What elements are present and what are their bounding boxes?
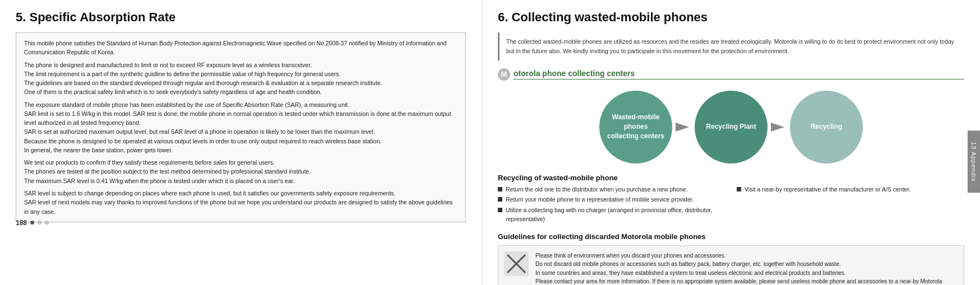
right-section-heading: Collecting wasted-mobile phones [511, 10, 708, 24]
bullet-text-1: Return the old one to the distributor wh… [506, 185, 688, 194]
flow-circle-3-label: Recycling [811, 122, 843, 132]
left-panel: 5. Specific Absorption Rate This mobile … [0, 0, 482, 285]
intro-text: The collected wasted-mobile phones are u… [506, 38, 954, 54]
sar-p2-line1: The phone is designed and manufactured t… [24, 62, 382, 96]
sar-paragraph1: This mobile phone satisfies the Standard… [24, 39, 457, 57]
motorola-m-letter: M [501, 70, 507, 78]
recycling-section-title: Recycling of wasted-mobile phone [498, 174, 964, 182]
dot-filled [30, 221, 34, 225]
flow-diagram: Wasted-mobile phones collecting centers … [498, 91, 964, 163]
bullet-square-4 [737, 187, 741, 191]
flow-circle-2: Recycling Plant [695, 91, 768, 163]
motorola-m-circle: M [498, 68, 510, 81]
bullet-square-2 [498, 197, 502, 202]
dot-empty1 [38, 221, 41, 225]
svg-marker-0 [676, 123, 689, 132]
dot-empty2 [45, 221, 49, 225]
intro-box: The collected wasted-mobile phones are u… [498, 32, 964, 60]
side-tab: 13 Appendix [968, 130, 980, 193]
guidelines-text: Please think of environment when you dis… [535, 251, 958, 285]
motorola-label: otorola phone collecting centers [514, 69, 964, 80]
bullet-text-2: Return your mobile phone to a representa… [506, 195, 694, 204]
arrow-right-icon-2 [769, 117, 789, 137]
bullet-square-3 [498, 208, 502, 212]
left-page-number: 188 [16, 219, 27, 227]
arrow-right-icon [673, 117, 694, 137]
flow-circle-1-label: Wasted-mobile phones collecting centers [605, 113, 667, 141]
flow-circle-1: Wasted-mobile phones collecting centers [599, 91, 672, 163]
guidelines-title: Guidelines for collecting discarded Moto… [498, 232, 964, 241]
right-section-title: 6. Collecting wasted-mobile phones [498, 10, 964, 25]
bullet-text-3: Utilize a collecting bag with no charger… [506, 206, 725, 224]
sar-info-box: This mobile phone satisfies the Standard… [16, 32, 466, 222]
svg-marker-1 [771, 123, 784, 132]
sar-paragraph3: The exposure standard of mobile phone ha… [24, 100, 457, 155]
bullet-columns: Return the old one to the distributor wh… [498, 185, 964, 226]
bullet-item-1: Return the old one to the distributor wh… [498, 185, 725, 194]
bullet-square-1 [498, 187, 502, 191]
guidelines-icon [504, 251, 529, 276]
bullet-col-2: Visit a near-by representative of the ma… [737, 185, 964, 226]
bullet-col-1: Return the old one to the distributor wh… [498, 185, 725, 226]
guidelines-box: Please think of environment when you dis… [498, 245, 964, 285]
left-section-number: 5. [16, 10, 26, 24]
guideline-line-1: Please think of environment when you dis… [535, 253, 942, 285]
flow-arrow-2 [768, 116, 790, 138]
sar-paragraph5: SAR level is subject to change depending… [24, 189, 457, 216]
motorola-header: M otorola phone collecting centers [498, 68, 964, 81]
flow-arrow-1 [672, 116, 695, 138]
flow-circle-2-label: Recycling Plant [706, 122, 756, 132]
bullet-item-3: Utilize a collecting bag with no charger… [498, 206, 725, 224]
bullet-item-2: Return your mobile phone to a representa… [498, 195, 725, 204]
sar-paragraph2: The phone is designed and manufactured t… [24, 60, 457, 97]
left-section-heading: Specific Absorption Rate [29, 10, 175, 24]
flow-circle-3: Recycling [790, 91, 863, 163]
left-section-title: 5. Specific Absorption Rate [16, 10, 466, 25]
right-section-number: 6. [498, 10, 508, 24]
bullet-item-4: Visit a near-by representative of the ma… [737, 185, 964, 194]
bullet-text-4: Visit a near-by representative of the ma… [745, 185, 910, 194]
sar-paragraph4: We test our products to confirm if they … [24, 158, 457, 185]
recycle-cross-icon [504, 251, 529, 276]
right-panel: 6. Collecting wasted-mobile phones The c… [482, 0, 980, 285]
